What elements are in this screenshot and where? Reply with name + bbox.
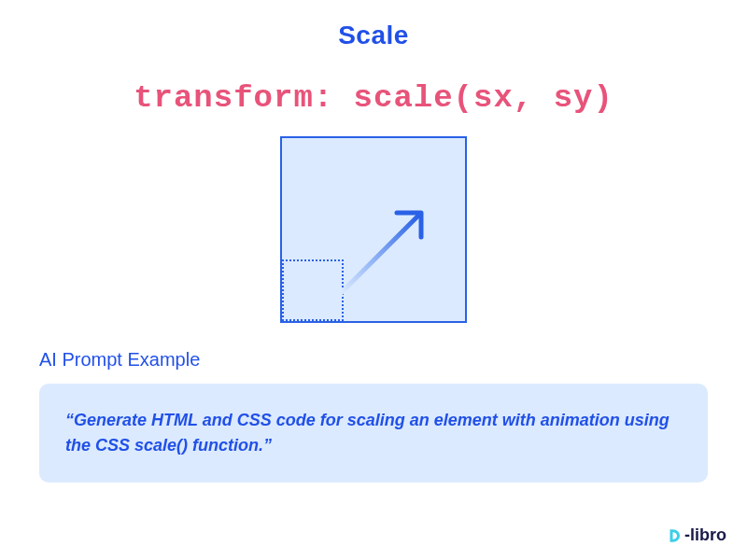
prompt-text: “Generate HTML and CSS code for scaling … <box>65 408 682 458</box>
d-icon <box>666 527 683 544</box>
prompt-box: “Generate HTML and CSS code for scaling … <box>39 384 708 483</box>
arrow-icon <box>331 190 444 302</box>
scale-diagram <box>280 136 467 323</box>
page-title: Scale <box>0 21 747 50</box>
section-label: AI Prompt Example <box>39 349 747 371</box>
logo-text: -libro <box>684 525 726 545</box>
code-snippet: transform: scale(sx, sy) <box>0 80 747 116</box>
svg-line-0 <box>341 217 417 293</box>
brand-logo: -libro <box>666 525 726 545</box>
